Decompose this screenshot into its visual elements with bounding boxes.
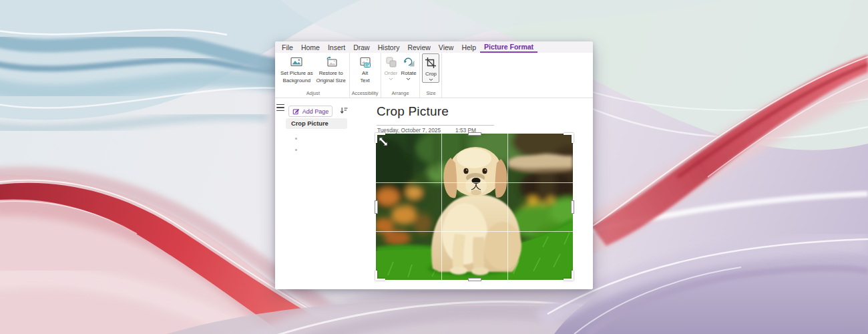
chevron-down-icon [429, 78, 433, 81]
menu-home[interactable]: Home [297, 41, 324, 53]
tab-picture-format[interactable]: Picture Format [480, 41, 537, 53]
crop-grid-line [376, 231, 573, 232]
puppy-photo [376, 134, 573, 280]
ribbon: Set Picture as Background Restore to Ori… [275, 53, 593, 98]
button-label: Crop [425, 71, 437, 77]
ribbon-group-accessibility: Alt Text Accessibility [350, 53, 381, 98]
ribbon-group-label: Adjust [279, 90, 347, 98]
page-list-item-untitled[interactable] [295, 138, 297, 140]
title-divider [377, 125, 494, 126]
menu-insert[interactable]: Insert [324, 41, 349, 53]
crop-icon [424, 56, 437, 69]
ribbon-group-label: Size [422, 90, 439, 98]
button-label: Text [360, 77, 369, 84]
crop-handle-right[interactable] [571, 200, 574, 214]
menu-history[interactable]: History [374, 41, 404, 53]
alt-text-button[interactable]: Alt Text [357, 53, 373, 85]
page-date: Tuesday, October 7, 2025 [377, 127, 441, 134]
workspace: Add Page Crop Picture Crop Picture [275, 98, 593, 289]
crop-grid-line [441, 134, 442, 280]
page-list-item-untitled[interactable] [295, 149, 297, 151]
page-datetime: Tuesday, October 7, 2025 1:53 PM [377, 127, 476, 134]
button-label: Set Picture as [280, 70, 313, 76]
ribbon-group-label: Accessibility [352, 90, 379, 98]
restore-to-original-size-button[interactable]: Restore to Original Size [315, 53, 347, 85]
button-label: Alt [362, 70, 368, 76]
note-canvas: Crop Picture Tuesday, October 7, 2025 1:… [347, 98, 593, 289]
crop-grid-line [376, 182, 573, 183]
menu-file[interactable]: File [278, 41, 297, 53]
order-button[interactable]: Order [383, 53, 399, 81]
crop-handle-bottom-left[interactable] [375, 271, 385, 281]
ribbon-group-size: Crop Size [420, 53, 442, 98]
rotate-button[interactable]: Rotate [400, 53, 418, 81]
page-title[interactable]: Crop Picture [377, 104, 449, 119]
alt-text-icon [359, 55, 372, 69]
add-page-label: Add Page [302, 108, 329, 115]
page-list-item-crop-picture[interactable]: Crop Picture [286, 118, 347, 129]
ribbon-group-adjust: Set Picture as Background Restore to Ori… [277, 53, 350, 98]
puppy-picture[interactable] [376, 134, 573, 280]
menu-review[interactable]: Review [403, 41, 434, 53]
page-sidebar: Add Page Crop Picture [275, 98, 347, 289]
ribbon-group-arrange: Order Rotate [381, 53, 421, 98]
restore-original-size-icon [324, 55, 338, 69]
set-picture-background-icon [290, 55, 303, 69]
crop-handle-top[interactable] [468, 132, 481, 136]
page-list: Crop Picture [275, 118, 347, 129]
menubar: File Home Insert Draw History Review Vie… [275, 41, 593, 53]
crop-handle-top-right[interactable] [564, 133, 574, 143]
button-label: Original Size [316, 77, 346, 84]
add-page-button[interactable]: Add Page [288, 106, 333, 117]
menu-help[interactable]: Help [457, 41, 480, 53]
crop-handle-bottom-right[interactable] [564, 271, 574, 281]
chevron-down-icon [406, 77, 411, 81]
onenote-window: File Home Insert Draw History Review Vie… [275, 41, 593, 289]
button-label: Rotate [401, 70, 417, 76]
menu-draw[interactable]: Draw [349, 41, 374, 53]
crop-handle-bottom[interactable] [468, 278, 481, 281]
button-label: Restore to [319, 70, 343, 76]
crop-button[interactable]: Crop [422, 53, 439, 83]
desktop: File Home Insert Draw History Review Vie… [0, 0, 868, 334]
ribbon-group-label: Arrange [383, 90, 418, 98]
chevron-down-icon [389, 77, 393, 81]
crop-grid-line [507, 134, 508, 280]
compose-icon [292, 108, 300, 115]
button-label: Order [385, 70, 398, 76]
menu-view[interactable]: View [435, 41, 458, 53]
crop-handle-left[interactable] [375, 200, 378, 214]
set-picture-as-background-button[interactable]: Set Picture as Background [279, 53, 314, 85]
order-icon [385, 55, 398, 69]
button-label: Background [282, 77, 310, 84]
rotate-icon [402, 55, 415, 69]
resize-cursor-icon [377, 136, 389, 148]
